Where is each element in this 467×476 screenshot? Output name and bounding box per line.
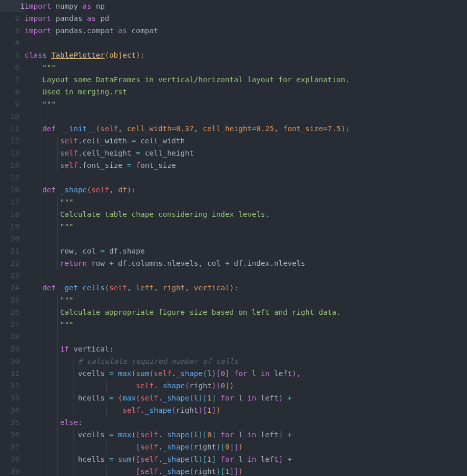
indent-guide	[41, 110, 41, 122]
line-number: 1	[0, 0, 24, 12]
line-text: self.cell_height = cell_height	[24, 149, 194, 157]
line-number-gutter: 1234567891011121314151617181920212223242…	[0, 0, 24, 476]
line-number: 30	[0, 355, 19, 367]
indent-guide	[57, 331, 58, 343]
line-number: 5	[0, 49, 19, 61]
line-number: 13	[0, 147, 19, 159]
code-line[interactable]: row, col = df.shape	[24, 245, 467, 257]
code-line[interactable]: """	[24, 98, 467, 110]
code-line[interactable]: self.font_size = font_size	[24, 159, 467, 171]
line-text: def _shape(self, df):	[24, 186, 136, 194]
line-number: 29	[0, 343, 19, 355]
code-line[interactable]: hcells = sum([self._shape(l)[1] for l in…	[24, 453, 467, 465]
line-number: 2	[0, 12, 19, 24]
line-number: 37	[0, 441, 19, 453]
line-text: import numpy as np	[24, 2, 105, 10]
code-line[interactable]: [self._shape(right)[1]])	[24, 465, 467, 476]
code-line[interactable]: import pandas.compat as compat	[24, 24, 467, 37]
code-line[interactable]: """	[24, 318, 467, 331]
code-line[interactable]: self._shape(right)[1])	[24, 404, 467, 416]
line-number: 26	[0, 306, 19, 318]
code-line[interactable]: vcells = max([self._shape(l)[0] for l in…	[24, 429, 467, 441]
code-line[interactable]: Calculate table chape considering index …	[24, 208, 467, 220]
line-number: 33	[0, 392, 19, 404]
indent-guide	[41, 233, 41, 245]
line-text: [self._shape(right)[0]])	[24, 443, 243, 451]
line-text: else:	[24, 418, 83, 427]
code-line[interactable]: return row + df.columns.nlevels, col + d…	[24, 257, 467, 269]
line-number: 4	[0, 37, 19, 49]
line-number: 10	[0, 110, 19, 122]
line-number: 24	[0, 282, 19, 294]
code-line[interactable]: vcells = max(sum(self._shape(l)[0] for l…	[24, 367, 467, 380]
code-line[interactable]	[24, 233, 467, 245]
code-line[interactable]	[24, 171, 467, 184]
code-line[interactable]: import numpy as np	[24, 0, 467, 12]
code-line[interactable]: """	[24, 61, 467, 73]
line-text: self._shape(right)[1])	[24, 406, 220, 414]
code-line[interactable]: else:	[24, 416, 467, 429]
line-text: import pandas as pd	[24, 14, 109, 22]
line-text: import pandas.compat as compat	[24, 27, 158, 35]
line-number: 20	[0, 233, 19, 245]
line-number: 35	[0, 416, 19, 429]
line-number: 7	[0, 73, 19, 86]
code-line[interactable]: hcells = (max(self._shape(l)[1] for l in…	[24, 392, 467, 404]
line-text: def _get_cells(self, left, right, vertic…	[24, 284, 238, 292]
code-line[interactable]: """	[24, 220, 467, 233]
line-number: 11	[0, 122, 19, 135]
code-line[interactable]	[24, 37, 467, 49]
line-number: 36	[0, 429, 19, 441]
code-line[interactable]: Used in merging.rst	[24, 86, 467, 98]
code-line[interactable]: if vertical:	[24, 343, 467, 355]
indent-guide	[57, 233, 58, 245]
line-text: vcells = max([self._shape(l)[0] for l in…	[24, 431, 292, 439]
line-text: self._shape(right)[0])	[24, 382, 234, 390]
code-line[interactable]: self.cell_height = cell_height	[24, 147, 467, 159]
code-line[interactable]: Layout some DataFrames in vertical/horiz…	[24, 73, 467, 86]
code-line[interactable]: """	[24, 294, 467, 306]
code-line[interactable]: # calculate required number of cells	[24, 355, 467, 367]
line-number: 31	[0, 367, 19, 380]
line-text: """	[24, 63, 56, 71]
line-text: Calculate appropriate figure size based …	[24, 308, 341, 316]
line-text: # calculate required number of cells	[24, 357, 238, 365]
code-line[interactable]	[24, 110, 467, 122]
code-line[interactable]: self.cell_width = cell_width	[24, 135, 467, 147]
code-line[interactable]: Calculate appropriate figure size based …	[24, 306, 467, 318]
code-editor[interactable]: 1234567891011121314151617181920212223242…	[0, 0, 467, 476]
code-area[interactable]: import numpy as npimport pandas as pdimp…	[24, 0, 467, 476]
line-text: [self._shape(right)[1]])	[24, 467, 243, 475]
code-line[interactable]: import pandas as pd	[24, 12, 467, 24]
line-text: hcells = sum([self._shape(l)[1] for l in…	[24, 455, 292, 463]
code-line[interactable]: self._shape(right)[0])	[24, 380, 467, 392]
line-number: 15	[0, 171, 19, 184]
line-number: 34	[0, 404, 19, 416]
line-text: hcells = (max(self._shape(l)[1] for l in…	[24, 394, 292, 402]
code-line[interactable]: def _get_cells(self, left, right, vertic…	[24, 282, 467, 294]
line-text: Calculate table chape considering index …	[24, 210, 269, 218]
code-line[interactable]: class TablePlotter(object):	[24, 49, 467, 61]
code-line[interactable]	[24, 269, 467, 282]
code-line[interactable]: def _shape(self, df):	[24, 184, 467, 196]
line-number: 39	[0, 465, 19, 476]
line-number: 18	[0, 208, 19, 220]
indent-guide	[41, 331, 41, 343]
line-text: Used in merging.rst	[24, 88, 127, 96]
line-number: 17	[0, 196, 19, 208]
line-text: if vertical:	[24, 345, 114, 353]
code-line[interactable]	[24, 331, 467, 343]
line-text: """	[24, 100, 56, 108]
code-line[interactable]: def __init__(self, cell_width=0.37, cell…	[24, 122, 467, 135]
line-number: 8	[0, 86, 19, 98]
line-number: 28	[0, 331, 19, 343]
indent-guide	[41, 171, 41, 184]
line-number: 14	[0, 159, 19, 171]
line-number: 22	[0, 257, 19, 269]
line-number: 3	[0, 24, 19, 37]
line-number: 23	[0, 269, 19, 282]
line-text: self.font_size = font_size	[24, 161, 176, 169]
code-line[interactable]: [self._shape(right)[0]])	[24, 441, 467, 453]
line-text: Layout some DataFrames in vertical/horiz…	[24, 76, 350, 84]
code-line[interactable]: """	[24, 196, 467, 208]
